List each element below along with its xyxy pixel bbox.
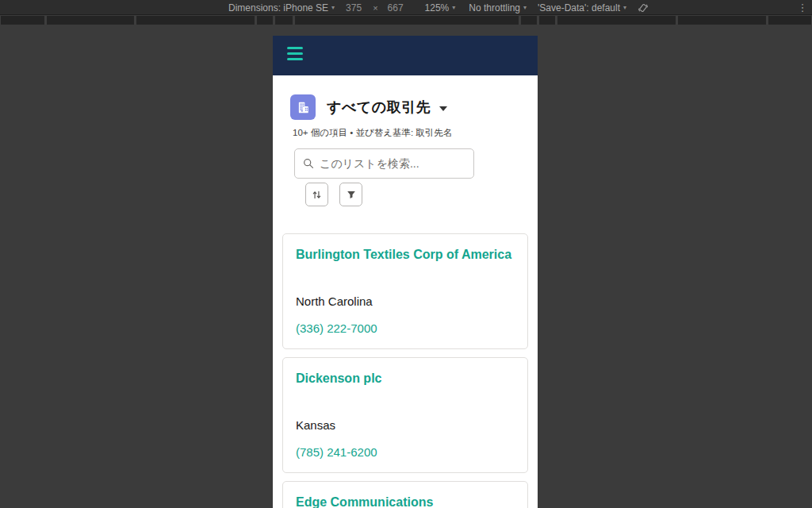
more-menu-icon[interactable]: ⋮: [796, 1, 809, 14]
list-view-subtitle: 10+ 個の項目 • 並び替え基準: 取引先名: [293, 127, 538, 139]
media-query-segment[interactable]: [539, 16, 555, 25]
throttling-select-label: No throttling: [469, 2, 520, 13]
search-input[interactable]: [320, 157, 465, 170]
page-title: すべての取引先: [327, 98, 431, 117]
media-query-segment[interactable]: [136, 16, 255, 25]
device-viewport: すべての取引先 10+ 個の項目 • 並び替え基準: 取引先名: [273, 36, 538, 508]
account-card: Edge Communications: [282, 481, 528, 508]
list-view-dropdown-icon[interactable]: [439, 106, 447, 111]
media-query-segment[interactable]: [295, 16, 519, 25]
account-name-link[interactable]: Burlington Textiles Corp of America: [296, 246, 515, 263]
media-query-segment[interactable]: [678, 16, 766, 25]
hamburger-menu-icon[interactable]: [287, 47, 303, 60]
app-header-bar: [273, 36, 538, 75]
media-query-segment[interactable]: [557, 16, 676, 25]
chevron-down-icon: ▾: [452, 4, 455, 11]
media-query-segment[interactable]: [47, 16, 134, 25]
account-name-link[interactable]: Dickenson plc: [296, 370, 515, 387]
media-query-segment[interactable]: [768, 16, 811, 25]
zoom-select[interactable]: 125% ▾: [425, 2, 456, 13]
dimensions-times-symbol: ×: [373, 3, 377, 13]
phone-link[interactable]: (785) 241-6200: [296, 444, 515, 460]
device-select-label: Dimensions: iPhone SE: [228, 2, 328, 13]
chevron-down-icon: ▾: [331, 4, 335, 11]
save-data-select[interactable]: 'Save-Data': default ▾: [538, 2, 626, 13]
throttling-select[interactable]: No throttling ▾: [469, 2, 527, 13]
media-query-segment[interactable]: [1, 16, 44, 25]
sort-arrows-icon: [312, 190, 322, 200]
billing-state-value: Kansas: [296, 417, 515, 433]
account-building-icon: [290, 94, 316, 120]
viewport-width-input[interactable]: 375: [346, 2, 362, 13]
account-card-list: Burlington Textiles Corp of America Nort…: [282, 233, 528, 508]
phone-link[interactable]: (336) 222-7000: [296, 320, 515, 337]
billing-state-value: North Carolina: [296, 293, 515, 310]
media-query-segment[interactable]: [257, 16, 273, 25]
account-card: Burlington Textiles Corp of America Nort…: [282, 233, 528, 349]
media-query-bar: [0, 16, 812, 25]
account-card: Dickenson plc Kansas (785) 241-6200: [282, 357, 528, 473]
rotate-device-icon[interactable]: [638, 2, 649, 13]
chevron-down-icon: ▾: [523, 4, 527, 11]
save-data-select-label: 'Save-Data': default: [538, 2, 620, 13]
sort-button[interactable]: [305, 183, 328, 206]
viewport-height-input[interactable]: 667: [388, 2, 404, 13]
search-icon: [303, 158, 314, 169]
filter-funnel-icon: [346, 189, 357, 200]
account-name-link[interactable]: Edge Communications: [296, 494, 515, 508]
filter-button[interactable]: [339, 183, 362, 206]
list-search-box[interactable]: [294, 148, 474, 179]
list-controls: [305, 183, 538, 206]
devtools-device-toolbar: Dimensions: iPhone SE ▾ 375 × 667 125% ▾…: [0, 0, 812, 15]
media-query-segment[interactable]: [521, 16, 537, 25]
zoom-select-label: 125%: [425, 2, 450, 13]
media-query-segment[interactable]: [275, 16, 293, 25]
chevron-down-icon: ▾: [623, 4, 626, 11]
list-view-header: すべての取引先: [290, 94, 538, 120]
device-select[interactable]: Dimensions: iPhone SE ▾: [228, 2, 335, 13]
